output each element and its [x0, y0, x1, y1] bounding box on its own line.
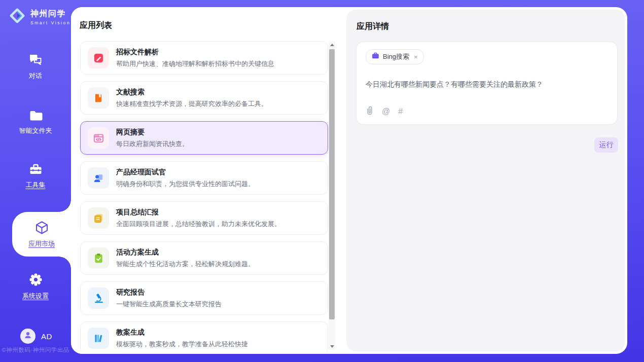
sidebar-item-label: 工具集 [26, 180, 46, 190]
prompt-card: Bing搜索 × 今日湖北有哪些新闻要点？有哪些需要关注的最新政策？ @ # [356, 42, 618, 125]
app-card-web-summary[interactable]: 网页摘要 每日政府新闻资讯快查。 [80, 121, 328, 155]
sidebar-item-label: 智能文件夹 [19, 126, 52, 135]
app-card-title: 教案生成 [116, 328, 248, 337]
books-icon [88, 328, 109, 349]
list-scrollbar[interactable] [329, 42, 335, 350]
app-card-lesson-plan[interactable]: 教案生成 模板驱动，教案秒成，教学准备从此轻松快捷 [80, 321, 328, 352]
person-icon [23, 331, 32, 342]
app-card-research-report[interactable]: 研究报告 一键智能生成高质量长文本研究报告 [80, 281, 328, 315]
briefcase-icon [372, 52, 379, 61]
app-card-project-summary[interactable]: 项目总结汇报 全面回顾项目进展，总结经验教训，助力未来优化发展。 [80, 201, 328, 235]
app-logo: 神州问学 Smart Vision [8, 6, 70, 27]
app-card-literature-search[interactable]: 文献搜索 快速精准查找学术资源，提高研究效率的必备工具。 [80, 81, 328, 115]
attachment-toolbar: @ # [366, 106, 403, 117]
app-card-desc: 明确身份和职责，为您提供专业性的面试问题。 [116, 179, 255, 189]
app-card-desc: 帮助用户快速、准确地理解和解析招标书中的关键信息 [116, 59, 274, 68]
app-card-desc: 全面回顾项目进展，总结经验教训，助力未来优化发展。 [116, 220, 281, 229]
app-card-list: 招标文件解析 帮助用户快速、准确地理解和解析招标书中的关键信息 文献搜索 快速精… [80, 41, 328, 352]
toolbox-icon [29, 163, 43, 177]
app-card-title: 文献搜索 [116, 88, 268, 97]
app-card-title: 研究报告 [116, 288, 222, 297]
folder-icon [29, 110, 43, 123]
app-card-title: 网页摘要 [116, 128, 189, 137]
app-card-desc: 模板驱动，教案秒成，教学准备从此轻松快捷 [116, 340, 248, 349]
user-chip[interactable]: AD [20, 329, 52, 344]
brand-name: 神州问学 [30, 9, 70, 19]
sidebar-item-smart-folder[interactable]: 智能文件夹 [0, 110, 71, 135]
triangle-up-icon [330, 44, 334, 46]
cube-icon [35, 221, 49, 236]
app-detail-panel: 应用详情 Bing搜索 × 今日湖北有哪些新闻要点？有哪些需要关注的最新政策？ [346, 10, 625, 351]
app-card-title: 活动方案生成 [116, 248, 255, 257]
chat-icon [29, 54, 43, 68]
brand-tagline: Smart Vision [30, 20, 70, 25]
prompt-input[interactable]: 今日湖北有哪些新闻要点？有哪些需要关注的最新政策？ [366, 80, 608, 90]
clipboard-check-icon [88, 247, 109, 269]
hash-icon[interactable]: # [398, 107, 403, 116]
app-list-title: 应用列表 [80, 20, 112, 31]
sidebar-item-label: 系统设置 [22, 292, 49, 301]
app-card-bid-analysis[interactable]: 招标文件解析 帮助用户快速、准确地理解和解析招标书中的关键信息 [80, 41, 328, 75]
sidebar-item-label: 应用市场 [28, 239, 55, 248]
app-card-event-plan[interactable]: 活动方案生成 智能生成个性化活动方案，轻松解决规划难题。 [80, 241, 328, 275]
interviewer-icon [88, 167, 109, 189]
sidebar-item-settings[interactable]: 系统设置 [0, 273, 71, 301]
sidebar-item-chat[interactable]: 对话 [0, 54, 71, 81]
triangle-down-icon [330, 345, 334, 348]
app-card-desc: 每日政府新闻资讯快查。 [116, 139, 189, 149]
sidebar-item-app-market[interactable]: 应用市场 [12, 212, 71, 257]
avatar [20, 329, 35, 344]
app-list-panel: 应用列表 招标文件解析 帮助用户快速、准确地理解和解析招标书中的关键信息 [71, 7, 346, 354]
edit-document-icon [88, 47, 109, 68]
app-card-title: 产品经理面试官 [116, 168, 255, 177]
notes-icon [88, 207, 109, 229]
diamond-gem-icon [8, 6, 27, 27]
scrollbar-thumb[interactable] [329, 49, 335, 319]
microscope-icon [88, 287, 109, 309]
sidebar-item-toolset[interactable]: 工具集 [0, 163, 71, 190]
app-card-desc: 智能生成个性化活动方案，轻松解决规划难题。 [116, 260, 255, 269]
app-card-desc: 一键智能生成高质量长文本研究报告 [116, 300, 222, 309]
scrollbar-down-button[interactable] [329, 343, 335, 350]
app-card-desc: 快速精准查找学术资源，提高研究效率的必备工具。 [116, 99, 268, 108]
app-detail-title: 应用详情 [356, 21, 389, 32]
sidebar: 神州问学 Smart Vision 对话 智能文件夹 [0, 0, 71, 362]
sidebar-footer: ©神州数码·神州问学出品 [0, 346, 71, 354]
app-card-title: 招标文件解析 [116, 48, 274, 57]
app-card-pm-interviewer[interactable]: 产品经理面试官 明确身份和职责，为您提供专业性的面试问题。 [80, 161, 328, 195]
user-initials: AD [41, 332, 52, 341]
close-icon[interactable]: × [414, 53, 418, 61]
gear-icon [29, 273, 43, 288]
at-icon[interactable]: @ [382, 107, 390, 116]
tool-tag-bing-search[interactable]: Bing搜索 × [366, 49, 424, 64]
main-container: 应用列表 招标文件解析 帮助用户快速、准确地理解和解析招标书中的关键信息 [71, 7, 627, 354]
paperclip-icon[interactable] [366, 106, 374, 117]
scrollbar-up-button[interactable] [329, 42, 335, 48]
run-button[interactable]: 运行 [594, 137, 618, 153]
book-icon [88, 87, 109, 108]
sidebar-item-label: 对话 [29, 71, 42, 81]
app-card-title: 项目总结汇报 [116, 208, 281, 217]
browser-code-icon [88, 127, 109, 149]
tool-tag-label: Bing搜索 [383, 52, 409, 61]
